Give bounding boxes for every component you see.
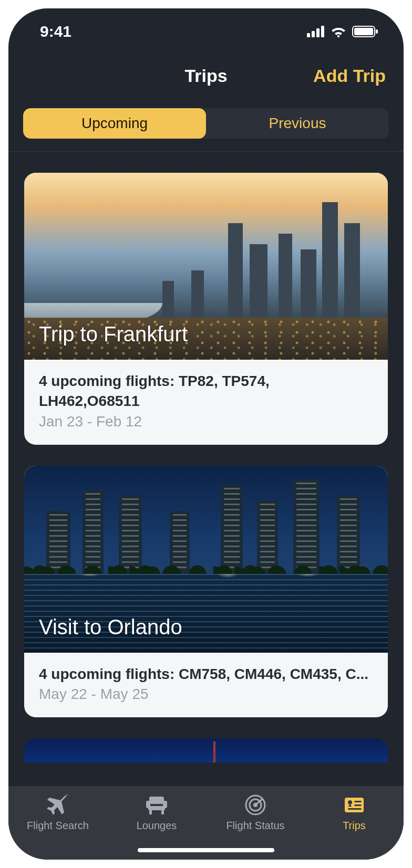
status-indicators [307, 26, 378, 37]
trips-filter-segmented: Upcoming Previous [23, 108, 389, 139]
tab-label: Flight Search [27, 820, 89, 832]
tab-label: Lounges [137, 820, 177, 832]
battery-icon [352, 26, 378, 37]
trip-flights-summary: 4 upcoming flights: TP82, TP574, LH462,O… [39, 371, 373, 411]
cellular-icon [307, 26, 325, 37]
trip-card-peek[interactable] [24, 738, 388, 762]
add-trip-button[interactable]: Add Trip [313, 66, 386, 86]
svg-rect-11 [148, 806, 165, 810]
svg-rect-7 [376, 29, 378, 34]
segment-previous[interactable]: Previous [206, 108, 389, 139]
svg-rect-1 [312, 31, 315, 37]
svg-rect-21 [354, 804, 362, 806]
tab-label: Trips [343, 820, 366, 832]
navigation-bar: Trips Add Trip [8, 55, 404, 97]
svg-rect-13 [161, 810, 164, 814]
svg-rect-3 [321, 26, 324, 37]
svg-point-4 [337, 35, 339, 37]
trip-title: Trip to Frankfurt [39, 322, 188, 346]
trip-title: Visit to Orlando [39, 615, 182, 639]
lounge-icon [144, 793, 169, 817]
trip-date-range: Jan 23 - Feb 12 [39, 413, 373, 430]
svg-rect-8 [149, 797, 164, 804]
svg-rect-6 [354, 28, 373, 35]
tab-trips[interactable]: Trips [305, 793, 404, 860]
trips-list[interactable]: Trip to Frankfurt 4 upcoming flights: TP… [8, 152, 404, 786]
wifi-icon [330, 26, 347, 37]
status-bar: 9:41 [8, 8, 404, 55]
svg-rect-12 [149, 810, 152, 814]
segment-upcoming[interactable]: Upcoming [23, 108, 206, 139]
airplane-icon [45, 793, 70, 817]
trip-hero-image: Trip to Frankfurt [24, 173, 388, 360]
tab-flight-search[interactable]: Flight Search [8, 793, 107, 860]
tab-bar: Flight Search Lounges [8, 786, 404, 860]
trip-date-range: May 22 - May 25 [39, 686, 373, 703]
svg-rect-0 [307, 33, 310, 37]
trip-card-frankfurt[interactable]: Trip to Frankfurt 4 upcoming flights: TP… [24, 173, 388, 445]
svg-rect-2 [316, 28, 320, 37]
page-title: Trips [184, 66, 227, 86]
trips-icon [342, 793, 367, 817]
tab-label: Flight Status [226, 820, 284, 832]
trip-hero-image: Visit to Orlando [24, 466, 388, 653]
trip-flights-summary: 4 upcoming flights: CM758, CM446, CM435,… [39, 664, 373, 684]
radar-icon [243, 793, 268, 817]
svg-rect-22 [348, 808, 362, 810]
status-time: 9:41 [40, 23, 71, 40]
svg-rect-20 [354, 801, 362, 802]
trip-card-orlando[interactable]: Visit to Orlando 4 upcoming flights: CM7… [24, 466, 388, 718]
home-indicator[interactable] [138, 848, 274, 852]
